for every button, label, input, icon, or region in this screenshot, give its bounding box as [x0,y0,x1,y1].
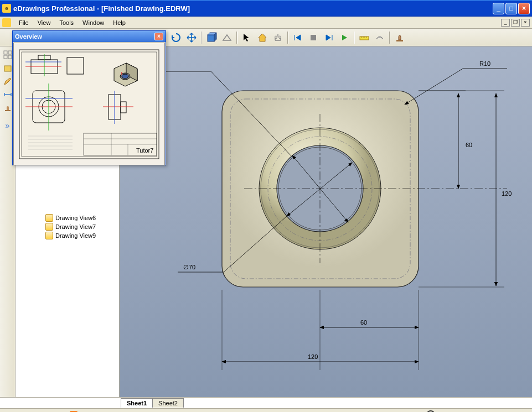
brand-e-icon: e [426,410,435,413]
dia-dim-text: ∅70 [183,264,195,270]
maximize-button[interactable]: □ [505,3,517,14]
overview-thumb-label: Tutor7 [136,147,153,154]
measure-button[interactable] [357,30,371,45]
sheet-tab-2[interactable]: Sheet2 [152,398,184,408]
mass-properties-button[interactable] [271,30,285,45]
select-button[interactable] [240,30,254,45]
drawing-view-icon [45,223,53,231]
tree-label: Drawing View7 [55,223,96,230]
dim-right-60-text: 60 [466,142,472,148]
app-icon: e [2,4,11,13]
stop-button[interactable] [306,30,321,45]
drawing-view-icon [45,214,53,222]
pan-button[interactable] [184,30,199,45]
tree-item-view9[interactable]: Drawing View9 [18,231,117,240]
menu-tools[interactable]: Tools [55,18,78,27]
svg-rect-11 [5,110,11,111]
mdi-restore-button[interactable]: ❐ [511,19,520,27]
close-button[interactable]: × [518,3,530,14]
dim-bottom-120-text: 120 [308,353,318,360]
dim-bottom-60-text: 60 [360,319,367,326]
overview-title-text: Overview [15,33,42,40]
tree-label: Drawing View9 [55,232,96,239]
titlebar: e eDrawings Professional - [Finished Dra… [0,0,532,17]
dim-right-120-text: 120 [502,190,512,197]
overview-close-button[interactable]: × [154,33,163,40]
svg-rect-8 [4,55,7,59]
svg-rect-6 [4,51,7,54]
svg-rect-7 [8,51,12,54]
svg-rect-10 [4,66,11,71]
window-title: eDrawings Professional - [Finished Drawi… [13,4,493,13]
sheet-tabs: Sheet1 Sheet2 [0,397,532,408]
brand-label: → e D R A W I N G S ® ✎ ≡ [415,410,529,413]
menu-file[interactable]: File [14,18,33,27]
shaded-view-button[interactable] [204,30,219,45]
last-button[interactable] [322,30,336,45]
overview-thumbnail[interactable]: Tutor7 [13,43,165,165]
menu-window[interactable]: Window [78,18,109,27]
overview-titlebar[interactable]: Overview × [13,31,166,42]
tree-label: Drawing View6 [55,215,96,221]
minimize-button[interactable]: _ [493,3,504,14]
overview-panel[interactable]: Overview × [12,30,166,165]
play-button[interactable] [337,30,352,45]
svg-rect-9 [8,55,12,59]
svg-rect-0 [208,35,214,41]
drawing-viewport[interactable]: R10 0 ∅70 60 120 [120,46,532,397]
statusbar: Ready → e D R A W I N G S ® ✎ ≡ [0,408,532,412]
first-button[interactable] [291,30,305,45]
svg-line-21 [405,69,463,105]
sheet-tab-1[interactable]: Sheet1 [121,398,153,408]
radius-dim-text: R10 [479,60,490,67]
menu-view[interactable]: View [33,18,55,27]
reset-view-button[interactable] [169,30,183,45]
mdi-close-button[interactable]: × [521,19,530,27]
stamp-button[interactable] [392,30,407,45]
svg-point-46 [122,74,128,79]
mdi-minimize-button[interactable]: _ [501,19,510,27]
drawing-view-icon [45,232,53,239]
menu-help[interactable]: Help [109,18,130,27]
menubar: File View Tools Window Help _ ❐ × [0,17,532,29]
app-menu-icon[interactable] [2,18,11,27]
markup-button[interactable] [373,30,387,45]
perspective-button[interactable] [220,30,234,45]
svg-rect-4 [360,36,369,40]
tree-item-view7[interactable]: Drawing View7 [18,222,117,231]
svg-rect-3 [311,35,316,40]
tree-item-view6[interactable]: Drawing View6 [18,213,117,222]
home-button[interactable] [255,30,270,45]
